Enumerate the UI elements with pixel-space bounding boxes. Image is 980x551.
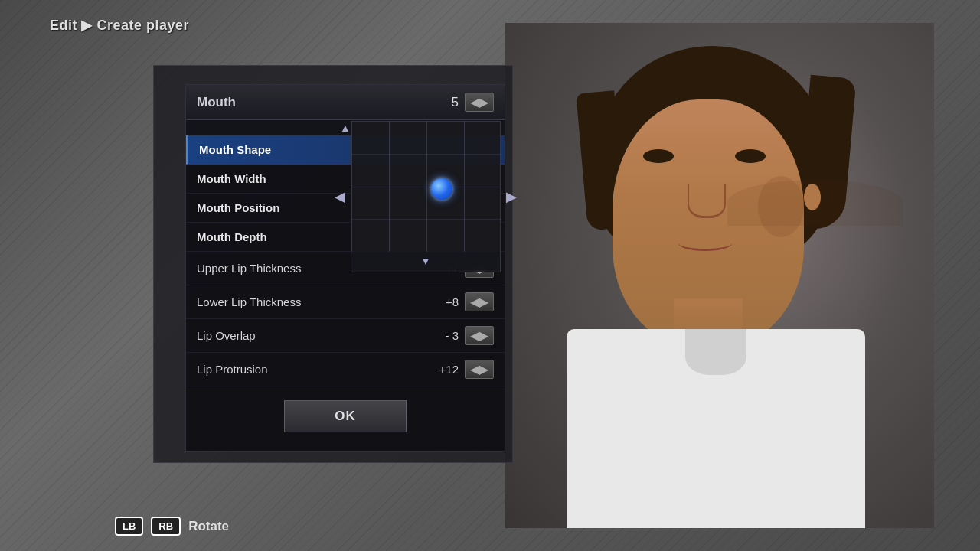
lip-protrusion-arrow[interactable]: ◀▶ <box>465 360 494 379</box>
character-portrait <box>505 23 934 528</box>
lip-overlap-value: - 3 <box>431 329 459 342</box>
mouth-width-label: Mouth Width <box>197 172 266 185</box>
mouth-position-label: Mouth Position <box>197 201 279 214</box>
lower-lip-thickness-arrow[interactable]: ◀▶ <box>465 292 494 311</box>
rotate-label: Rotate <box>188 519 229 534</box>
character-eye-right <box>735 149 766 163</box>
grid-canvas[interactable] <box>351 122 501 252</box>
mouth-shape-label: Mouth Shape <box>199 143 271 156</box>
lip-overlap-controls: - 3 ◀▶ <box>431 326 494 345</box>
lower-lip-thickness-row[interactable]: Lower Lip Thickness +8 ◀▶ <box>186 285 505 319</box>
grid-left-arrow-icon[interactable]: ◀ <box>335 188 345 205</box>
character-cheek-shadow <box>758 176 804 237</box>
character-mouth <box>678 236 732 251</box>
rb-button[interactable]: RB <box>151 517 181 536</box>
character-shirt <box>567 329 865 528</box>
dialog-title: Mouth <box>197 95 236 110</box>
grid-picker[interactable]: ◀ ▶ ▼ <box>351 121 501 272</box>
grid-down-arrow-row[interactable]: ▼ <box>351 252 500 270</box>
dialog-header-number: 5 <box>452 95 459 110</box>
breadcrumb: Edit ▶ Create player <box>50 17 189 34</box>
lip-overlap-label: Lip Overlap <box>197 329 256 342</box>
dialog-header: Mouth 5 ◀▶ <box>186 85 505 120</box>
lip-protrusion-controls: +12 ◀▶ <box>431 360 494 379</box>
lb-button[interactable]: LB <box>115 517 143 536</box>
ok-button[interactable]: OK <box>284 400 407 432</box>
dialog-header-arrow-btn[interactable]: ◀▶ <box>465 93 494 112</box>
character-ear <box>804 184 821 210</box>
lip-protrusion-label: Lip Protrusion <box>197 363 268 376</box>
lower-lip-thickness-controls: +8 ◀▶ <box>431 292 494 311</box>
upper-lip-thickness-label: Upper Lip Thickness <box>197 262 301 275</box>
mouth-depth-label: Mouth Depth <box>197 230 267 243</box>
grid-down-arrow-icon: ▼ <box>420 255 431 267</box>
grid-right-arrow-icon[interactable]: ▶ <box>506 188 517 205</box>
lip-protrusion-row[interactable]: Lip Protrusion +12 ◀▶ <box>186 353 505 386</box>
dialog-header-value-group: 5 ◀▶ <box>452 93 494 112</box>
character-eye-left <box>643 149 674 163</box>
lip-overlap-arrow[interactable]: ◀▶ <box>465 326 494 345</box>
lower-lip-thickness-value: +8 <box>431 295 459 308</box>
character-nose <box>688 184 726 218</box>
lip-overlap-row[interactable]: Lip Overlap - 3 ◀▶ <box>186 319 505 353</box>
lip-protrusion-value: +12 <box>431 363 459 376</box>
bottom-bar: LB RB Rotate <box>115 517 229 536</box>
up-arrow-icon: ▲ <box>340 122 351 134</box>
lower-lip-thickness-label: Lower Lip Thickness <box>197 295 301 308</box>
grid-dot <box>431 178 452 200</box>
